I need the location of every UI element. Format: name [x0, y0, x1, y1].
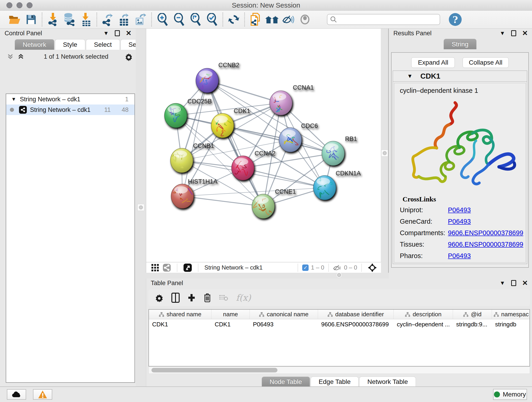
network-node[interactable]: CDK1	[211, 108, 250, 138]
crosslink-link[interactable]: 9606.ENSP00000378699	[448, 241, 523, 248]
tab-string[interactable]: String	[443, 39, 476, 49]
delete-column-button[interactable]	[203, 293, 211, 303]
node-table[interactable]: shared namenamecanonical namedatabase id…	[148, 309, 530, 366]
horizontal-splitter-handle[interactable]	[336, 272, 342, 278]
layout-homes-button[interactable]	[264, 12, 280, 27]
hide-panel-button[interactable]	[280, 12, 297, 27]
tab-network[interactable]: Network	[15, 39, 54, 50]
collapse-all-networks-icon[interactable]	[17, 53, 24, 60]
tab-edge-table[interactable]: Edge Table	[311, 376, 359, 387]
float-panel-icon[interactable]	[511, 280, 516, 286]
help-button[interactable]: ?	[449, 13, 462, 26]
birds-eye-button[interactable]	[366, 263, 379, 272]
network-edge[interactable]	[207, 80, 263, 206]
zoom-out-button[interactable]	[171, 12, 187, 27]
network-node[interactable]: CDC6	[279, 122, 318, 152]
network-node[interactable]: CDC25B	[165, 98, 212, 128]
zoom-selected-button[interactable]	[204, 12, 220, 27]
grid-view-button[interactable]	[149, 264, 161, 272]
close-panel-icon[interactable]: ✕	[522, 280, 528, 287]
memory-button[interactable]: Memory	[493, 389, 527, 400]
table-settings-button[interactable]	[155, 293, 164, 302]
network-canvas[interactable]: CCNB2CCNA1CDC25BCDK1CDC6RB1CCNB1CCNA2CDK…	[146, 29, 381, 273]
tab-node-table[interactable]: Node Table	[262, 376, 310, 387]
export-network-button[interactable]	[99, 12, 116, 27]
tab-network-table[interactable]: Network Table	[359, 376, 416, 387]
zoom-in-button[interactable]	[154, 12, 171, 27]
tab-select[interactable]: Select	[86, 39, 120, 50]
collapse-all-button[interactable]: Collapse All	[462, 57, 508, 68]
collapse-panel-icon[interactable]: ▼	[500, 31, 505, 36]
column-header[interactable]: shared name	[149, 310, 211, 319]
crosslink-link[interactable]: P06493	[448, 252, 471, 260]
network-share-view-button[interactable]	[161, 264, 173, 272]
table-cell[interactable]: P06493	[250, 319, 318, 329]
table-horizontal-scrollbar[interactable]	[148, 367, 530, 374]
crosslink-link[interactable]: P06493	[448, 218, 471, 225]
collection-expander-icon[interactable]: ▼	[11, 96, 16, 102]
table-cell[interactable]: CDK1	[149, 319, 211, 329]
table-cell[interactable]: stringdb:9...	[453, 319, 492, 329]
network-node[interactable]: CCNB1	[171, 142, 214, 172]
tab-style[interactable]: Style	[55, 39, 85, 50]
delete-table-button[interactable]	[219, 294, 228, 301]
float-panel-icon[interactable]	[115, 30, 120, 36]
cloud-button[interactable]	[7, 389, 26, 400]
column-header[interactable]: namespac	[492, 310, 530, 319]
network-graph[interactable]: CCNB2CCNA1CDC25BCDK1CDC6RB1CCNB1CCNA2CDK…	[146, 31, 381, 262]
column-header[interactable]: canonical name	[250, 310, 318, 319]
scrollbar-thumb[interactable]	[152, 368, 278, 372]
collapse-panel-icon[interactable]: ▼	[103, 31, 109, 36]
gene-panel-header[interactable]: ▼ CDK1	[393, 71, 527, 82]
right-splitter[interactable]	[381, 29, 389, 273]
column-header[interactable]: database identifier	[318, 310, 394, 319]
import-database-button[interactable]	[61, 12, 78, 27]
add-column-button[interactable]	[187, 293, 196, 303]
network-node[interactable]: CCNE1	[252, 188, 296, 218]
expand-all-button[interactable]: Expand All	[411, 57, 455, 68]
column-header[interactable]: name	[211, 310, 250, 319]
network-edge[interactable]	[182, 196, 263, 206]
import-table-button[interactable]	[78, 12, 94, 27]
clone-network-button[interactable]	[247, 12, 264, 27]
refresh-button[interactable]	[225, 12, 242, 27]
table-cell[interactable]: CDK1	[211, 319, 250, 329]
function-builder-button[interactable]: f(x)	[236, 293, 251, 303]
collapse-panel-icon[interactable]: ▼	[500, 280, 505, 286]
crosslink-link[interactable]: 9606.ENSP00000378699	[448, 229, 523, 237]
save-session-button[interactable]	[23, 12, 39, 27]
column-header[interactable]: description	[394, 310, 453, 319]
network-row-selected[interactable]: String Network – cdk1 11 48	[6, 104, 134, 115]
export-image-button[interactable]	[133, 12, 149, 27]
close-panel-icon[interactable]: ✕	[522, 30, 528, 37]
export-table-button[interactable]	[116, 12, 133, 27]
network-edge[interactable]	[207, 80, 281, 103]
column-header[interactable]: @id	[453, 310, 492, 319]
open-session-button[interactable]	[6, 12, 23, 27]
network-node[interactable]: CDKN1A	[313, 170, 361, 200]
import-network-button[interactable]	[45, 12, 61, 27]
network-collection-row[interactable]: ▼ String Network – cdk1 1	[6, 94, 134, 104]
network-edge[interactable]	[222, 126, 333, 153]
right-splitter-handle[interactable]	[381, 150, 388, 157]
export-view-button[interactable]	[181, 263, 194, 272]
warnings-button[interactable]	[33, 389, 52, 400]
gene-expander-icon[interactable]: ▼	[407, 73, 413, 79]
table-cell[interactable]: 9606.ENSP00000378699	[318, 319, 394, 329]
network-node[interactable]: HIST1H1A	[171, 178, 217, 208]
left-splitter[interactable]	[136, 29, 146, 386]
table-cell[interactable]: stringdb	[492, 319, 530, 329]
left-splitter-handle[interactable]	[138, 204, 144, 211]
zoom-fit-button[interactable]	[187, 12, 204, 27]
search-input[interactable]	[339, 15, 437, 24]
float-panel-icon[interactable]	[511, 30, 516, 36]
table-cell[interactable]: cyclin–dependent ...	[394, 319, 453, 329]
network-options-gear-icon[interactable]	[124, 52, 133, 61]
expand-all-networks-icon[interactable]	[7, 53, 14, 60]
network-node[interactable]: CCNA1	[270, 84, 314, 115]
show-panel-button[interactable]	[297, 12, 313, 27]
crosslink-link[interactable]: P06493	[448, 206, 471, 214]
show-columns-button[interactable]	[171, 293, 180, 303]
close-panel-icon[interactable]: ✕	[126, 30, 132, 37]
selected-checkbox-icon[interactable]: ✓	[302, 264, 309, 271]
